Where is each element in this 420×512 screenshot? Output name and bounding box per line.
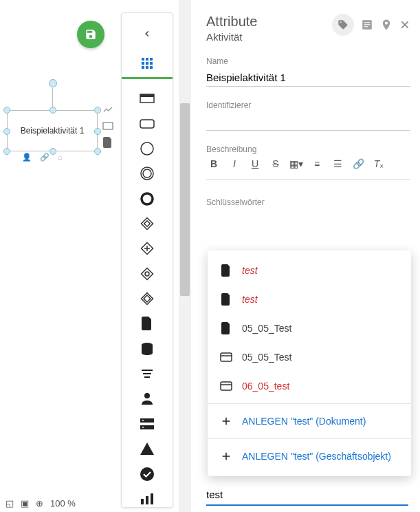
close-icon [399, 19, 410, 30]
details-icon [361, 19, 373, 31]
shape-server[interactable] [137, 416, 157, 432]
node-footer-icons: 👤 🔗 ⌂ [22, 153, 63, 162]
dropdown-item[interactable]: 05_05_Test [208, 314, 411, 343]
svg-rect-6 [150, 62, 153, 65]
person-icon: 👤 [22, 153, 32, 162]
shape-diamond-double[interactable] [137, 215, 157, 232]
shape-file[interactable] [137, 315, 157, 332]
chevron-left-icon [142, 29, 152, 39]
shape-diamond-plus[interactable] [137, 240, 157, 257]
svg-rect-9 [150, 66, 153, 69]
page-icon[interactable] [102, 136, 114, 149]
table-button[interactable]: ▦▾ [289, 158, 304, 169]
svg-rect-40 [364, 22, 371, 23]
hierarchy-icon: ⌂ [58, 153, 63, 162]
shape-rounded-rect[interactable] [137, 115, 157, 131]
activity-node[interactable]: Beispielaktivität 1 [7, 110, 98, 151]
shape-database[interactable] [137, 341, 157, 357]
svg-rect-18 [144, 221, 150, 226]
svg-rect-36 [141, 499, 144, 504]
card-icon [220, 380, 232, 392]
svg-rect-45 [221, 353, 232, 361]
shape-circle-double[interactable] [137, 165, 157, 182]
dropdown-item[interactable]: 06_05_test [208, 372, 411, 401]
shape-circle-bold[interactable] [137, 190, 157, 206]
fit2-icon[interactable]: ▣ [21, 498, 29, 509]
shape-bars[interactable] [137, 491, 157, 507]
rect-icon[interactable] [102, 120, 114, 132]
svg-point-35 [140, 467, 154, 481]
divider [206, 179, 410, 180]
dropdown-item[interactable]: test [208, 256, 411, 285]
shape-check-circle[interactable] [137, 465, 157, 482]
svg-point-13 [141, 142, 153, 155]
dropdown-item-label: 05_05_Test [242, 352, 291, 363]
file-icon [220, 293, 232, 306]
file-icon [220, 264, 232, 277]
resize-handle[interactable] [3, 148, 10, 155]
strike-button[interactable]: S [268, 158, 283, 169]
resize-handle[interactable] [3, 128, 10, 135]
svg-rect-4 [142, 62, 144, 65]
svg-rect-25 [144, 295, 151, 302]
bold-button[interactable]: B [206, 158, 221, 169]
create-doc-label: ANLEGEN "test" (Dokument) [242, 416, 366, 427]
tab-location[interactable] [380, 19, 393, 31]
dropdown-item-label: 05_05_Test [242, 323, 291, 334]
shape-person[interactable] [137, 390, 157, 407]
card-icon [220, 351, 232, 363]
shape-diamond-nested[interactable] [137, 290, 157, 307]
zoom-target-icon[interactable]: ⊕ [36, 498, 43, 509]
svg-rect-37 [146, 496, 148, 504]
ordered-list-button[interactable]: ≡ [309, 158, 324, 169]
trend-icon[interactable] [102, 103, 114, 116]
create-document-option[interactable]: ANLEGEN "test" (Dokument) [208, 407, 411, 436]
plus-icon [220, 415, 232, 427]
resize-handle[interactable] [49, 107, 56, 114]
underline-button[interactable]: U [247, 158, 263, 169]
svg-rect-0 [103, 122, 113, 129]
shape-warning[interactable] [137, 440, 157, 457]
unordered-list-button[interactable]: ☰ [330, 158, 345, 169]
shape-rect-top[interactable] [137, 90, 157, 107]
shape-circle-thin[interactable] [137, 140, 157, 157]
resize-handle[interactable] [94, 128, 101, 135]
svg-point-34 [142, 427, 144, 428]
resize-handle[interactable] [94, 148, 101, 155]
link-icon: 🔗 [40, 153, 49, 162]
plus-icon [220, 450, 232, 462]
tab-details[interactable] [361, 19, 373, 31]
shape-lines[interactable] [137, 365, 157, 382]
shape-palette [121, 12, 173, 508]
tab-tag[interactable] [332, 14, 354, 36]
create-business-object-option[interactable]: ANLEGEN "test" (Geschäftsobjekt) [208, 442, 411, 471]
svg-point-16 [142, 193, 153, 204]
resize-handle[interactable] [94, 107, 101, 114]
resize-handle[interactable] [3, 107, 10, 114]
svg-rect-38 [151, 493, 153, 504]
clear-format-button[interactable]: Tₓ [371, 158, 386, 169]
italic-button[interactable]: I [227, 158, 242, 169]
svg-point-30 [144, 393, 150, 398]
identifier-label: Identifizierer [206, 100, 410, 110]
fit-icon[interactable]: ◱ [5, 498, 14, 509]
link-button[interactable]: 🔗 [351, 158, 366, 169]
dropdown-separator [208, 403, 411, 404]
palette-back-button[interactable] [122, 19, 173, 49]
dropdown-item[interactable]: test [208, 285, 411, 314]
palette-grid-tab[interactable] [122, 49, 173, 79]
svg-rect-12 [140, 120, 154, 128]
dropdown-item[interactable]: 05_05_Test [208, 343, 411, 372]
svg-point-15 [143, 169, 151, 178]
status-bar: ◱ ▣ ⊕ 100 % [0, 494, 81, 512]
save-button[interactable] [77, 21, 104, 48]
name-input[interactable] [206, 69, 410, 87]
keywords-search-input[interactable] [206, 484, 408, 506]
close-panel-button[interactable] [399, 19, 410, 30]
node-top-connector[interactable] [49, 79, 57, 87]
identifier-input[interactable] [206, 113, 410, 131]
svg-rect-47 [221, 382, 232, 390]
palette-scroll-thumb[interactable] [180, 103, 190, 296]
autocomplete-dropdown: test test 05_05_Test 05_05_Test 06_05_te… [208, 250, 411, 476]
shape-diamond-circle[interactable] [137, 266, 157, 282]
